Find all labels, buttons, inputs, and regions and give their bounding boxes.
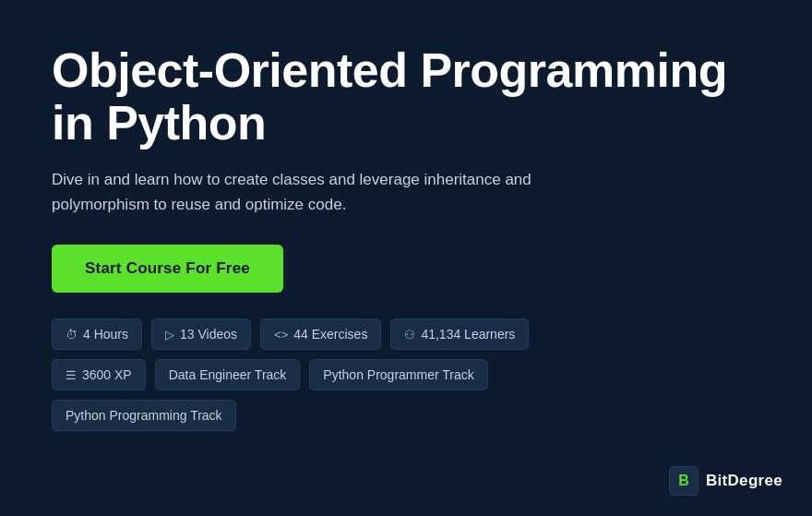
xp-label: 3600 XP: [82, 367, 132, 382]
play-icon: ▷: [165, 328, 174, 342]
course-description: Dive in and learn how to create classes …: [52, 168, 568, 217]
main-content: Object-Oriented Programming in Python Di…: [0, 0, 812, 477]
python-programmer-track-label: Python Programmer Track: [323, 367, 473, 382]
python-programming-track-label: Python Programming Track: [66, 408, 222, 423]
videos-label: 13 Videos: [180, 327, 237, 342]
hours-label: 4 Hours: [83, 327, 128, 342]
xp-icon: ☰: [66, 368, 77, 382]
start-course-button[interactable]: Start Course For Free: [52, 245, 283, 293]
python-programmer-track-tag[interactable]: Python Programmer Track: [309, 359, 487, 390]
hours-tag: ⏱ 4 Hours: [52, 318, 142, 350]
exercises-label: 44 Exercises: [293, 327, 367, 342]
badges-row-2: Python Programming Track: [52, 400, 760, 431]
data-engineer-track-label: Data Engineer Track: [169, 367, 287, 382]
clock-icon: ⏱: [66, 328, 78, 342]
stats-row: ⏱ 4 Hours ▷ 13 Videos <> 44 Exercises ⚇ …: [52, 318, 760, 350]
data-engineer-track-tag[interactable]: Data Engineer Track: [155, 359, 301, 390]
course-title: Object-Oriented Programming in Python: [52, 44, 760, 150]
bitdegree-logo: B BitDegree: [669, 466, 782, 496]
code-icon: <>: [274, 328, 288, 342]
xp-tag: ☰ 3600 XP: [52, 359, 146, 390]
learners-tag: ⚇ 41,134 Learners: [390, 318, 529, 350]
bitdegree-icon: B: [669, 466, 699, 496]
badges-row: ☰ 3600 XP Data Engineer Track Python Pro…: [52, 359, 760, 390]
learners-label: 41,134 Learners: [421, 327, 515, 342]
people-icon: ⚇: [404, 328, 415, 342]
exercises-tag: <> 44 Exercises: [260, 318, 381, 350]
bitdegree-name: BitDegree: [706, 472, 782, 490]
python-programming-track-tag[interactable]: Python Programming Track: [52, 400, 236, 431]
videos-tag: ▷ 13 Videos: [151, 318, 251, 350]
